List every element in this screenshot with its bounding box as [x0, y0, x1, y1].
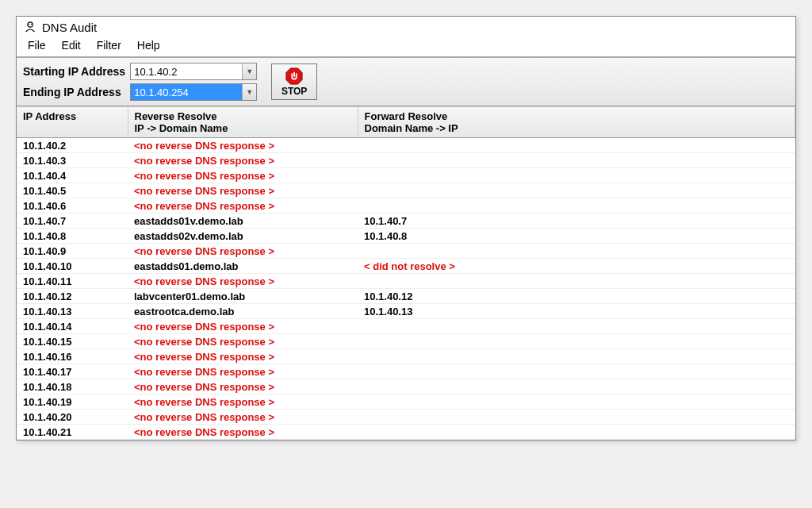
cell-forward — [358, 138, 795, 153]
table-row[interactable]: 10.1.40.9<no reverse DNS response > — [17, 244, 795, 259]
cell-reverse: <no reverse DNS response > — [128, 379, 358, 394]
cell-forward — [358, 244, 795, 259]
cell-reverse: <no reverse DNS response > — [128, 334, 358, 349]
cell-forward — [358, 425, 795, 440]
table-row[interactable]: 10.1.40.16<no reverse DNS response > — [17, 349, 795, 364]
cell-forward — [358, 410, 795, 425]
starting-ip-combo[interactable]: ▼ — [130, 63, 257, 80]
results-table-wrap: IP Address Reverse Resolve IP -> Domain … — [17, 106, 795, 440]
cell-forward — [358, 349, 795, 364]
cell-ip: 10.1.40.13 — [17, 304, 128, 319]
stop-button-label: STOP — [282, 86, 307, 97]
table-row[interactable]: 10.1.40.13eastrootca.demo.lab10.1.40.13 — [17, 304, 795, 319]
chevron-down-icon[interactable]: ▼ — [242, 84, 256, 100]
col-header-reverse-line2: IP -> Domain Name — [135, 122, 351, 134]
cell-reverse: <no reverse DNS response > — [128, 364, 358, 379]
cell-forward — [358, 394, 795, 410]
cell-ip: 10.1.40.3 — [17, 153, 128, 168]
table-row[interactable]: 10.1.40.14<no reverse DNS response > — [17, 319, 795, 334]
menu-edit[interactable]: Edit — [56, 37, 87, 53]
table-row[interactable]: 10.1.40.15<no reverse DNS response > — [17, 334, 795, 349]
cell-reverse: <no reverse DNS response > — [128, 319, 358, 334]
menu-help[interactable]: Help — [131, 37, 167, 53]
cell-reverse: <no reverse DNS response > — [128, 425, 358, 440]
cell-ip: 10.1.40.12 — [17, 289, 128, 304]
cell-ip: 10.1.40.14 — [17, 319, 128, 334]
col-header-reverse[interactable]: Reverse Resolve IP -> Domain Name — [128, 107, 358, 138]
svg-point-0 — [28, 22, 33, 27]
results-table: IP Address Reverse Resolve IP -> Domain … — [17, 107, 795, 440]
cell-forward — [358, 334, 795, 349]
cell-forward — [358, 153, 795, 168]
cell-ip: 10.1.40.10 — [17, 259, 128, 274]
menu-filter[interactable]: Filter — [90, 37, 128, 53]
cell-forward — [358, 274, 795, 289]
cell-reverse: <no reverse DNS response > — [128, 183, 358, 198]
table-row[interactable]: 10.1.40.18<no reverse DNS response > — [17, 379, 795, 394]
cell-ip: 10.1.40.18 — [17, 379, 128, 394]
cell-forward — [358, 319, 795, 334]
cell-reverse: eastrootca.demo.lab — [128, 304, 358, 319]
table-row[interactable]: 10.1.40.2<no reverse DNS response > — [17, 138, 795, 153]
col-header-ip[interactable]: IP Address — [17, 107, 128, 138]
table-row[interactable]: 10.1.40.3<no reverse DNS response > — [17, 153, 795, 168]
cell-forward: 10.1.40.7 — [358, 214, 795, 229]
titlebar: DNS Audit — [17, 17, 795, 36]
stop-button[interactable]: STOP — [271, 64, 317, 100]
ip-input-group: Starting IP Address ▼ Ending IP Address … — [23, 63, 257, 101]
cell-forward — [358, 183, 795, 198]
ending-ip-combo[interactable]: ▼ — [130, 83, 257, 101]
col-header-ip-label: IP Address — [23, 110, 121, 122]
table-row[interactable]: 10.1.40.12labvcenter01.demo.lab10.1.40.1… — [17, 289, 795, 304]
col-header-forward-line1: Forward Resolve — [365, 110, 789, 122]
app-icon — [23, 20, 37, 34]
cell-reverse: <no reverse DNS response > — [128, 394, 358, 410]
cell-reverse: <no reverse DNS response > — [128, 349, 358, 364]
table-row[interactable]: 10.1.40.7eastadds01v.demo.lab10.1.40.7 — [17, 214, 795, 229]
cell-forward: 10.1.40.12 — [358, 289, 795, 304]
table-row[interactable]: 10.1.40.19<no reverse DNS response > — [17, 394, 795, 410]
cell-reverse: <no reverse DNS response > — [128, 138, 358, 153]
table-header-row: IP Address Reverse Resolve IP -> Domain … — [17, 107, 795, 138]
col-header-forward-line2: Domain Name -> IP — [365, 122, 789, 134]
cell-forward: 10.1.40.13 — [358, 304, 795, 319]
table-row[interactable]: 10.1.40.21<no reverse DNS response > — [17, 425, 795, 440]
cell-reverse: <no reverse DNS response > — [128, 168, 358, 183]
cell-reverse: eastadds01v.demo.lab — [128, 214, 358, 229]
window-title: DNS Audit — [42, 21, 97, 34]
table-row[interactable]: 10.1.40.17<no reverse DNS response > — [17, 364, 795, 379]
menu-file[interactable]: File — [21, 37, 52, 53]
starting-ip-input[interactable] — [131, 64, 242, 79]
chevron-down-icon[interactable]: ▼ — [242, 64, 256, 79]
cell-reverse: eastadds02v.demo.lab — [128, 229, 358, 244]
cell-ip: 10.1.40.2 — [17, 138, 128, 153]
ending-ip-input[interactable] — [131, 84, 242, 100]
table-row[interactable]: 10.1.40.10eastadds01.demo.lab< did not r… — [17, 259, 795, 274]
col-header-reverse-line1: Reverse Resolve — [135, 110, 351, 122]
table-row[interactable]: 10.1.40.20<no reverse DNS response > — [17, 410, 795, 425]
table-row[interactable]: 10.1.40.5<no reverse DNS response > — [17, 183, 795, 198]
cell-reverse: <no reverse DNS response > — [128, 274, 358, 289]
cell-ip: 10.1.40.20 — [17, 410, 128, 425]
svg-point-2 — [31, 24, 32, 25]
cell-reverse: <no reverse DNS response > — [128, 244, 358, 259]
table-row[interactable]: 10.1.40.4<no reverse DNS response > — [17, 168, 795, 183]
cell-forward — [358, 379, 795, 394]
cell-ip: 10.1.40.5 — [17, 183, 128, 198]
cell-ip: 10.1.40.4 — [17, 168, 128, 183]
table-row[interactable]: 10.1.40.8eastadds02v.demo.lab10.1.40.8 — [17, 229, 795, 244]
app-window: DNS Audit File Edit Filter Help Starting… — [16, 16, 796, 441]
cell-ip: 10.1.40.9 — [17, 244, 128, 259]
cell-ip: 10.1.40.16 — [17, 349, 128, 364]
cell-reverse: labvcenter01.demo.lab — [128, 289, 358, 304]
table-row[interactable]: 10.1.40.11<no reverse DNS response > — [17, 274, 795, 289]
col-header-forward[interactable]: Forward Resolve Domain Name -> IP — [358, 107, 795, 138]
cell-reverse: <no reverse DNS response > — [128, 410, 358, 425]
cell-ip: 10.1.40.17 — [17, 364, 128, 379]
cell-ip: 10.1.40.19 — [17, 394, 128, 410]
svg-point-1 — [29, 24, 29, 25]
toolbar: Starting IP Address ▼ Ending IP Address … — [17, 58, 795, 106]
table-row[interactable]: 10.1.40.6<no reverse DNS response > — [17, 198, 795, 214]
cell-ip: 10.1.40.21 — [17, 425, 128, 440]
cell-ip: 10.1.40.6 — [17, 198, 128, 214]
